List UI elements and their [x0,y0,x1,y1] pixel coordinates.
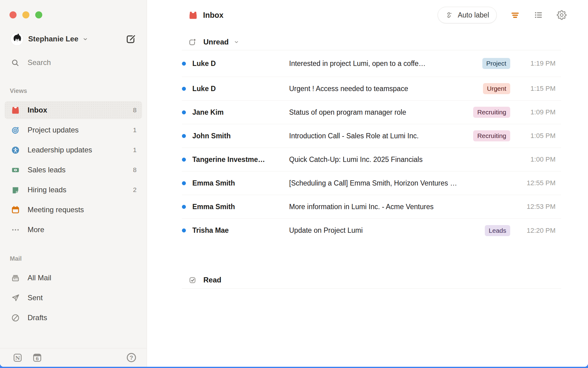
email-subject: Introduction Call - Sales Role at Lumi I… [289,132,467,140]
sidebar-footer [0,348,147,367]
page-title: Inbox [203,11,224,20]
unread-section-header[interactable]: Unread [188,34,239,50]
sidebar-item-label: Sent [28,293,43,302]
header-actions: Auto label [438,7,567,23]
close-button[interactable] [9,11,17,18]
email-subject: Update on Project Lumi [289,226,479,235]
email-sender: Tangerine Investme… [192,155,284,164]
sidebar-item-icon [11,274,20,282]
email-subject: Urgent ! Access needed to teamspace [289,85,477,93]
compose-button[interactable] [126,34,136,44]
email-sender: John Smith [192,132,284,140]
sidebar-item-leadership-updates[interactable]: Leadership updates 1 [5,141,142,159]
sidebar-item-label: Leadership updates [28,146,92,154]
sidebar-item-project-updates[interactable]: Project updates 1 [5,121,142,139]
help-button[interactable] [126,352,137,363]
email-row[interactable]: Luke D Interested in project Lumi, open … [182,50,561,77]
email-list: Luke D Interested in project Lumi, open … [182,50,561,242]
sidebar-item-meeting-requests[interactable]: Meeting requests [5,201,142,219]
email-row[interactable]: Tangerine Investme… Quick Catch-Up: Lumi… [182,148,561,171]
email-time: 1:19 PM [515,59,561,67]
account-switcher[interactable]: Stephanie Lee [10,32,136,46]
email-time: 1:09 PM [515,108,561,116]
email-tag[interactable]: Recruiting [473,107,510,118]
unread-indicator-dot [182,205,186,209]
main-content: Inbox Auto label Unread [147,0,588,367]
email-time: 12:55 PM [515,179,561,187]
sidebar-item-label: More [28,225,44,234]
unread-indicator-dot [182,110,186,114]
unread-indicator-dot [182,87,186,91]
email-tag[interactable]: Recruiting [473,130,510,141]
email-row[interactable]: Trisha Mae Update on Project Lumi Leads … [182,219,561,242]
auto-label-text: Auto label [458,11,489,19]
sidebar-item-more[interactable]: More [5,221,142,239]
sidebar-item-hiring-leads[interactable]: Hiring leads 2 [5,181,142,199]
sidebar-item-inbox[interactable]: Inbox 8 [5,101,142,119]
email-row[interactable]: John Smith Introduction Call - Sales Rol… [182,124,561,148]
sidebar-item-sent[interactable]: Sent [5,289,142,307]
unread-count-badge: 1 [133,126,137,134]
email-sender: Emma Smith [192,203,284,211]
sidebar-item-icon [11,166,20,174]
email-row[interactable]: Emma Smith [Scheduling a Call] Emma Smit… [182,171,561,195]
email-time: 1:00 PM [515,155,561,163]
section-label-mail: Mail [10,255,147,262]
compose-icon [126,34,136,44]
sidebar-item-icon [11,313,20,322]
views-section: Views Inbox 8 Project updates 1 Leadersh… [0,87,147,241]
search-button[interactable]: Search [11,56,138,69]
unread-indicator-dot [182,181,186,185]
read-section-header[interactable]: Read [188,272,221,288]
account-name: Stephanie Lee [28,35,78,43]
email-tag[interactable]: Urgent [483,83,510,94]
email-subject: Quick Catch-Up: Lumi Inc. 2025 Financial… [289,155,509,164]
settings-button[interactable] [557,10,567,20]
email-tag[interactable]: Leads [485,225,510,236]
notion-logo-icon[interactable] [13,353,23,363]
main-header: Inbox Auto label [188,6,567,24]
sidebar-item-label: Hiring leads [28,186,66,194]
app-window: Stephanie Lee Search Views Inbox 8 Proje… [0,0,588,367]
zoom-button[interactable] [35,11,42,18]
search-icon [11,59,19,67]
list-view-icon [533,10,543,20]
sidebar-item-drafts[interactable]: Drafts [5,309,142,327]
sidebar-item-label: Sales leads [28,166,66,174]
sidebar-item-icon [11,146,20,155]
email-time: 1:15 PM [515,85,561,93]
unread-label: Unread [203,38,229,46]
unread-count-badge: 1 [133,146,137,154]
mail-section: Mail All Mail Sent Drafts [0,255,147,329]
filter-button[interactable] [510,10,520,20]
calendar-app-icon[interactable] [32,353,42,363]
auto-label-button[interactable]: Auto label [438,7,497,23]
unread-indicator-dot [182,228,186,232]
email-time: 12:53 PM [515,203,561,211]
email-row[interactable]: Emma Smith More information in Lumi Inc.… [182,195,561,219]
sidebar-item-sales-leads[interactable]: Sales leads 8 [5,161,142,179]
divider [182,288,561,289]
sidebar-item-icon [11,126,20,135]
email-subject: Interested in project Lumi, open to a co… [289,59,476,68]
sidebar-item-all-mail[interactable]: All Mail [5,269,142,287]
section-label-views: Views [10,87,147,94]
email-row[interactable]: Jane Kim Status of open program manager … [182,101,561,124]
search-label: Search [28,58,51,67]
unread-indicator-dot [182,62,186,66]
chevron-down-icon [233,39,239,45]
display-options-button[interactable] [533,10,543,20]
email-row[interactable]: Luke D Urgent ! Access needed to teamspa… [182,77,561,101]
sidebar-item-label: Drafts [28,313,47,322]
sidebar-item-icon [11,186,20,194]
email-sender: Jane Kim [192,108,284,117]
inbox-icon [188,10,198,20]
unread-count-badge: 8 [133,106,137,114]
email-tag[interactable]: Project [482,58,510,69]
sidebar-item-icon [11,205,20,214]
minimize-button[interactable] [22,11,29,18]
sidebar-item-label: All Mail [28,274,51,282]
email-time: 1:05 PM [515,132,561,140]
unread-icon [188,38,197,46]
sidebar-item-label: Inbox [28,106,47,114]
